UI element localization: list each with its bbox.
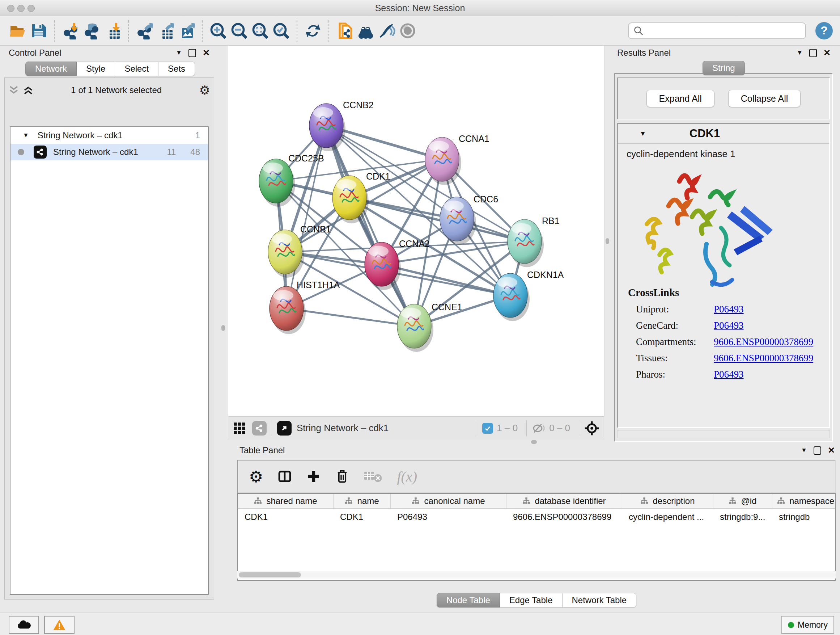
table-panel-float-icon[interactable] — [813, 447, 821, 455]
tab-string[interactable]: String — [703, 61, 745, 75]
network-options-gear-icon[interactable]: ⚙ — [199, 83, 210, 97]
crosslink-link[interactable]: 9606.ENSP00000378699 — [714, 336, 813, 348]
tab-edge-table[interactable]: Edge Table — [500, 593, 562, 608]
network-canvas[interactable]: CCNB2 CCNA1 CDC25B CDK1 — [228, 46, 605, 416]
table-cell[interactable]: stringdb — [772, 509, 836, 525]
right-splitter-handle[interactable] — [606, 238, 609, 244]
birdseye-crosshair-icon[interactable] — [584, 421, 600, 436]
export-image-button[interactable] — [176, 19, 197, 42]
table-row[interactable]: CDK1CDK1P064939606.ENSP00000378699cyclin… — [238, 509, 835, 525]
table-cell[interactable]: cyclin-dependent ... — [622, 509, 714, 525]
scrollbar-thumb[interactable] — [239, 572, 301, 578]
export-network-button[interactable] — [134, 19, 155, 42]
column-header-description[interactable]: description — [622, 494, 714, 508]
table-cell[interactable]: 9606.ENSP00000378699 — [507, 509, 622, 525]
crosslink-link[interactable]: P06493 — [714, 304, 744, 315]
open-in-window-icon[interactable] — [277, 421, 292, 435]
crosslink-link[interactable]: P06493 — [714, 369, 744, 380]
expand-all-button[interactable]: Expand All — [646, 90, 714, 107]
refresh-button[interactable] — [302, 19, 324, 42]
import-table-button[interactable] — [102, 19, 123, 42]
table-toolbar: ⚙ f(x) — [237, 460, 836, 493]
share-network-icon[interactable] — [252, 421, 267, 435]
node-label-CDKN1A: CDKN1A — [527, 270, 564, 280]
selected-nodes-checkbox-icon[interactable] — [482, 423, 493, 434]
hide-selected-button[interactable] — [376, 19, 397, 42]
gene-header-row[interactable]: ▼ CDK1 — [618, 124, 829, 144]
column-header-database-identifier[interactable]: database identifier — [507, 494, 622, 508]
edge-CCNB2-CCNE1[interactable] — [326, 126, 414, 326]
node-CCNB2[interactable]: CCNB2 — [309, 100, 374, 151]
crosslinks-title: CrossLinks — [628, 287, 813, 299]
zoom-in-button[interactable] — [208, 19, 229, 42]
grid-view-icon[interactable] — [233, 421, 246, 435]
search-input[interactable] — [628, 22, 806, 39]
table-panel-collapse-icon[interactable]: ▼ — [801, 447, 807, 454]
tab-node-table[interactable]: Node Table — [437, 593, 500, 608]
zoom-selected-button[interactable] — [271, 19, 292, 42]
tab-style[interactable]: Style — [77, 62, 115, 76]
results-panel-close-icon[interactable]: ✕ — [823, 48, 831, 58]
collection-expand-icon[interactable]: ▼ — [23, 132, 29, 139]
table-settings-gear-icon[interactable]: ⚙ — [249, 467, 263, 486]
save-session-button[interactable] — [28, 19, 49, 42]
table-cell[interactable]: CDK1 — [333, 509, 391, 525]
node-HIST1H1A[interactable]: HIST1H1A — [270, 280, 340, 334]
collapse-all-button[interactable]: Collapse All — [728, 90, 801, 107]
control-panel-collapse-icon[interactable]: ▼ — [176, 49, 182, 57]
import-network-database-button[interactable] — [81, 19, 102, 42]
column-header--id[interactable]: @id — [714, 494, 772, 508]
control-panel-close-icon[interactable]: ✕ — [202, 48, 210, 58]
collapse-all-icon[interactable] — [8, 86, 19, 95]
node-CCNE1[interactable]: CCNE1 — [397, 302, 462, 352]
string-results-container: Expand All Collapse All ▼ CDK1 cyclin-de… — [614, 73, 833, 442]
control-panel-float-icon[interactable] — [188, 49, 196, 57]
export-table-button[interactable] — [155, 19, 176, 42]
zoom-out-button[interactable] — [229, 19, 249, 42]
network-collection-row[interactable]: ▼ String Network – cdk1 1 — [11, 127, 208, 144]
node-CCNA2[interactable]: CCNA2 — [365, 239, 430, 290]
import-network-button[interactable] — [60, 19, 81, 42]
node-CDC6[interactable]: CDC6 — [440, 194, 498, 245]
results-scroll-strip[interactable] — [617, 430, 830, 438]
tab-select[interactable]: Select — [115, 62, 158, 76]
open-file-network-button[interactable] — [334, 19, 355, 42]
node-CCNA1[interactable]: CCNA1 — [425, 134, 489, 185]
crosslink-link[interactable]: 9606.ENSP00000378699 — [714, 353, 813, 364]
table-panel-close-icon[interactable]: ✕ — [828, 445, 835, 455]
node-CDKN1A[interactable]: CDKN1A — [493, 270, 564, 321]
gene-expand-icon[interactable]: ▼ — [639, 130, 646, 138]
control-panel-tabs: NetworkStyleSelectSets — [25, 62, 195, 76]
bottom-splitter-handle[interactable] — [531, 440, 537, 444]
add-column-icon[interactable] — [306, 469, 321, 484]
cloud-status-button[interactable] — [9, 616, 39, 634]
results-panel-collapse-icon[interactable]: ▼ — [797, 49, 803, 57]
expand-all-icon[interactable] — [23, 86, 34, 95]
left-splitter-handle[interactable] — [221, 325, 225, 331]
show-eye-button[interactable] — [397, 19, 418, 42]
network-row-selected[interactable]: String Network – cdk1 11 48 — [11, 144, 208, 160]
table-cell[interactable]: P06493 — [391, 509, 507, 525]
node-RB1[interactable]: RB1 — [508, 216, 560, 267]
column-header-canonical-name[interactable]: canonical name — [391, 494, 507, 508]
column-header-name[interactable]: name — [333, 494, 391, 508]
split-columns-icon[interactable] — [278, 469, 292, 484]
table-cell[interactable]: stringdb:9... — [714, 509, 772, 525]
memory-button[interactable]: Memory — [782, 616, 834, 634]
search-binoculars-button[interactable] — [355, 19, 376, 42]
table-cell[interactable]: CDK1 — [238, 509, 333, 525]
table-horizontal-scrollbar[interactable] — [237, 571, 836, 578]
zoom-fit-button[interactable] — [249, 19, 271, 42]
node-CDK1[interactable]: CDK1 — [332, 171, 390, 223]
help-button[interactable]: ? — [815, 22, 833, 40]
open-session-button[interactable] — [7, 19, 28, 42]
delete-column-trash-icon[interactable] — [335, 469, 349, 484]
tab-network[interactable]: Network — [25, 62, 77, 76]
column-header-namespace[interactable]: namespace — [772, 494, 836, 508]
column-header-shared-name[interactable]: shared name — [238, 494, 333, 508]
tab-sets[interactable]: Sets — [158, 62, 195, 76]
tab-network-table[interactable]: Network Table — [562, 593, 637, 608]
warning-status-button[interactable] — [44, 616, 74, 634]
results-panel-float-icon[interactable] — [809, 49, 817, 57]
crosslink-link[interactable]: P06493 — [714, 320, 744, 331]
